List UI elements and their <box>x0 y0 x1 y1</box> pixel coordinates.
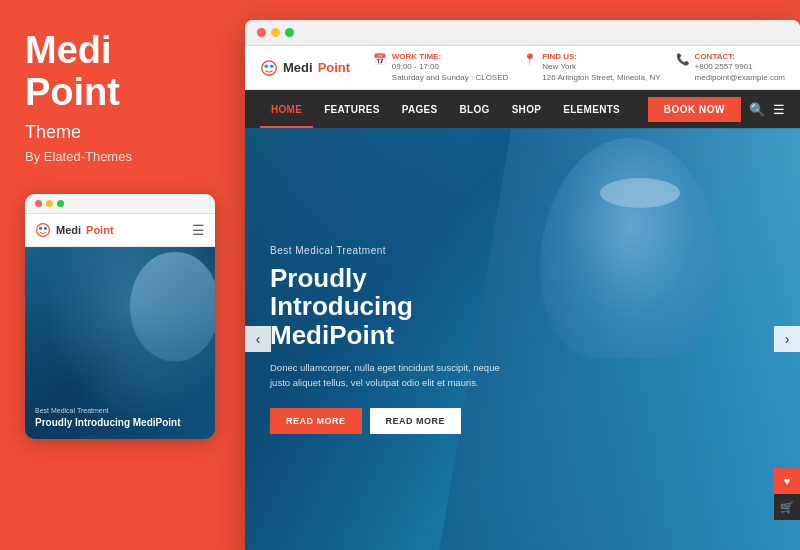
site-topbar: MediPoint 📅 WORK TIME: 09:00 - 17:00Satu… <box>245 46 800 90</box>
svg-point-1 <box>39 226 42 229</box>
hero-title-line2: MediPoint <box>270 320 394 350</box>
svg-point-5 <box>270 64 274 68</box>
nav-item-blog[interactable]: BLOG <box>449 90 501 128</box>
nav-item-elements[interactable]: ELEMENTS <box>552 90 631 128</box>
hero-section: ‹ Best Medical Treatment Proudly Introdu… <box>245 128 800 550</box>
work-value: 09:00 - 17:00Saturday and Sunday : CLOSE… <box>392 61 509 83</box>
theme-subtitle: Theme <box>25 122 220 143</box>
mobile-hero-title: Proudly Introducing MediPoint <box>35 417 205 429</box>
slider-prev-button[interactable]: ‹ <box>245 326 271 352</box>
menu-icon[interactable]: ☰ <box>773 102 785 117</box>
site-logo: MediPoint <box>260 59 350 77</box>
hero-label: Best Medical Treatment <box>270 245 500 256</box>
find-value: New York126 Arlington Street, Mineola, N… <box>542 61 660 83</box>
browser-mockup: MediPoint 📅 WORK TIME: 09:00 - 17:00Satu… <box>245 20 800 550</box>
wishlist-icon[interactable]: ♥ <box>774 468 800 494</box>
hero-title-line1: Proudly Introducing <box>270 263 413 322</box>
logo-icon <box>35 222 51 238</box>
theme-title: Medi Point <box>25 30 220 114</box>
nav-links: HOME FEATURES PAGES BLOG SHOP ELEMENTS <box>260 90 631 128</box>
hero-buttons: READ MORE READ MORE <box>270 408 500 434</box>
mobile-logo-medi: Medi <box>56 224 81 236</box>
contact-label: CONTACT: <box>695 52 785 61</box>
slider-next-button[interactable]: › <box>774 326 800 352</box>
dot-red <box>35 200 42 207</box>
nav-right: BOOK NOW 🔍 ☰ <box>648 97 785 122</box>
theme-by: By Elated-Themes <box>25 149 220 164</box>
hero-read-more-secondary[interactable]: READ MORE <box>370 408 462 434</box>
calendar-icon: 📅 <box>373 53 387 66</box>
site-logo-point: Point <box>318 60 351 75</box>
mobile-titlebar <box>25 194 215 214</box>
contact-value: +800 2557 9901medipoint@example.com <box>695 61 785 83</box>
browser-dot-yellow <box>271 28 280 37</box>
browser-dot-green <box>285 28 294 37</box>
topbar-info: 📅 WORK TIME: 09:00 - 17:00Saturday and S… <box>373 52 785 83</box>
svg-point-0 <box>37 223 50 236</box>
site-logo-icon <box>260 59 278 77</box>
mobile-mockup: MediPoint ☰ Best Medical Treatment Proud… <box>25 194 215 439</box>
hero-content: Best Medical Treatment Proudly Introduci… <box>245 245 525 434</box>
book-now-button[interactable]: BOOK NOW <box>648 97 741 122</box>
mobile-logo: MediPoint <box>35 222 114 238</box>
mobile-header: MediPoint ☰ <box>25 214 215 247</box>
left-panel: Medi Point Theme By Elated-Themes MediPo… <box>0 0 245 550</box>
nav-item-features[interactable]: FEATURES <box>313 90 391 128</box>
topbar-contact: 📞 CONTACT: +800 2557 9901medipoint@examp… <box>676 52 785 83</box>
site-nav: HOME FEATURES PAGES BLOG SHOP ELEMENTS B… <box>245 90 800 128</box>
mobile-hero: Best Medical Treatment Proudly Introduci… <box>25 247 215 439</box>
phone-icon: 📞 <box>676 53 690 66</box>
nav-item-shop[interactable]: SHOP <box>501 90 553 128</box>
cart-icon[interactable]: 🛒 <box>774 494 800 520</box>
topbar-find: 📍 FIND US: New York126 Arlington Street,… <box>523 52 660 83</box>
mobile-hero-content: Best Medical Treatment Proudly Introduci… <box>35 407 205 429</box>
work-label: WORK TIME: <box>392 52 509 61</box>
browser-dot-red <box>257 28 266 37</box>
svg-point-2 <box>44 226 47 229</box>
mobile-hero-label: Best Medical Treatment <box>35 407 205 414</box>
hero-title: Proudly Introducing MediPoint <box>270 264 500 350</box>
dot-yellow <box>46 200 53 207</box>
search-icon[interactable]: 🔍 <box>749 102 765 117</box>
side-icons: ♥ 🛒 <box>774 468 800 520</box>
location-icon: 📍 <box>523 53 537 66</box>
nav-item-home[interactable]: HOME <box>260 90 313 128</box>
mobile-logo-point: Point <box>86 224 114 236</box>
dot-green <box>57 200 64 207</box>
browser-titlebar <box>245 20 800 46</box>
site-logo-medi: Medi <box>283 60 313 75</box>
hero-read-more-primary[interactable]: READ MORE <box>270 408 362 434</box>
svg-point-3 <box>262 60 276 74</box>
find-label: FIND US: <box>542 52 660 61</box>
svg-point-4 <box>265 64 269 68</box>
hamburger-icon[interactable]: ☰ <box>192 222 205 238</box>
nav-item-pages[interactable]: PAGES <box>391 90 449 128</box>
topbar-work: 📅 WORK TIME: 09:00 - 17:00Saturday and S… <box>373 52 509 83</box>
hero-description: Donec ullamcorper, nulla eget tincidunt … <box>270 361 500 390</box>
